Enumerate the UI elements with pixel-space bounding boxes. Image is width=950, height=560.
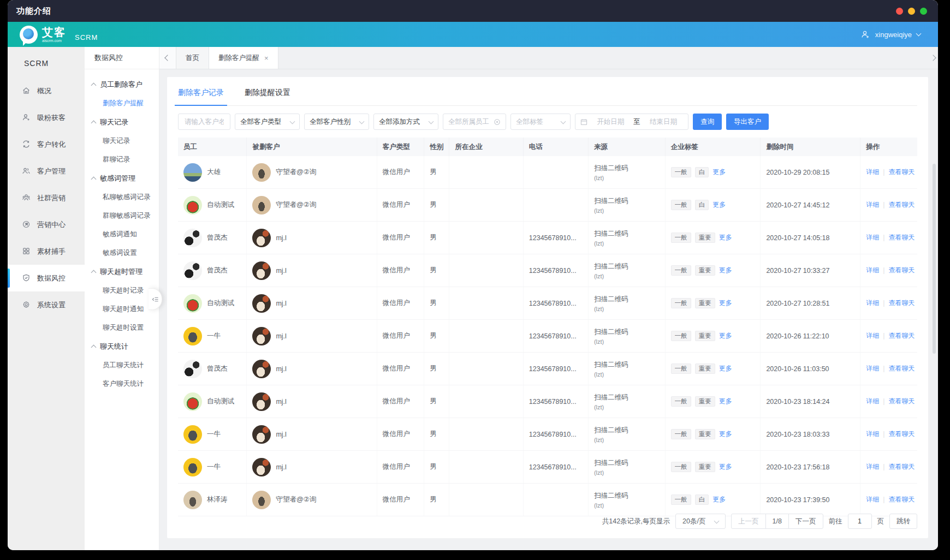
tree-item[interactable]: 敏感词设置 [85, 243, 159, 262]
detail-link[interactable]: 详细 [866, 201, 879, 208]
detail-link[interactable]: 详细 [866, 430, 879, 438]
sidebar-item-7[interactable]: 数据风控 [8, 265, 85, 291]
tree-group-3[interactable]: 聊天超时管理 [85, 262, 159, 281]
detail-link[interactable]: 详细 [866, 299, 879, 307]
tree-item[interactable]: 客户聊天统计 [85, 374, 159, 393]
view-chat-link[interactable]: 查看聊天 [888, 234, 915, 241]
tree-item[interactable]: 群聊敏感词记录 [85, 206, 159, 225]
tag-select[interactable]: 全部标签 [510, 114, 571, 130]
export-customers-button[interactable]: 导出客户 [726, 114, 769, 130]
prev-page-button[interactable]: 上一页 [731, 514, 766, 529]
detail-link[interactable]: 详细 [866, 496, 879, 503]
tree-item[interactable]: 敏感词通知 [85, 225, 159, 243]
gear-icon [22, 300, 31, 309]
more-tags-link[interactable]: 更多 [719, 463, 732, 470]
view-chat-link[interactable]: 查看聊天 [888, 496, 915, 503]
detail-link[interactable]: 详细 [866, 397, 879, 405]
date-range-picker[interactable]: 开始日期 至 结束日期 [575, 114, 688, 130]
detail-link[interactable]: 详细 [866, 332, 879, 339]
sidebar-item-8[interactable]: 系统设置 [8, 291, 85, 318]
more-tags-link[interactable]: 更多 [713, 168, 726, 176]
more-tags-link[interactable]: 更多 [719, 397, 732, 405]
tree-item[interactable]: 聊天记录 [85, 132, 159, 150]
detail-link[interactable]: 详细 [866, 365, 879, 372]
view-chat-link[interactable]: 查看聊天 [888, 201, 915, 208]
sidebar-item-4[interactable]: 社群营销 [8, 184, 85, 211]
staff-select[interactable]: 全部所属员工 [443, 114, 506, 130]
view-chat-link[interactable]: 查看聊天 [888, 397, 915, 405]
detail-link[interactable]: 详细 [866, 168, 879, 176]
content-tab-1[interactable]: 删除提醒设置 [245, 88, 290, 105]
view-chat-link[interactable]: 查看聊天 [888, 299, 915, 307]
query-button[interactable]: 查询 [693, 114, 722, 130]
next-page-button[interactable]: 下一页 [788, 514, 823, 529]
sidebar-item-3[interactable]: 客户管理 [8, 158, 85, 184]
customer-avatar [252, 425, 271, 444]
tree-item[interactable]: 删除客户提醒 [85, 94, 159, 112]
more-tags-link[interactable]: 更多 [719, 234, 732, 241]
tab-scroll-right-button[interactable] [931, 47, 935, 69]
window-title: 功能介绍 [16, 6, 51, 16]
more-tags-link[interactable]: 更多 [719, 266, 732, 274]
page-tab-1[interactable]: 删除客户提醒× [209, 47, 278, 69]
tree-item[interactable]: 员工聊天统计 [85, 356, 159, 374]
vertical-scrollbar[interactable] [933, 164, 936, 354]
company-tag: 一般 [671, 462, 691, 472]
employee-avatar [183, 458, 202, 476]
page-tab-0[interactable]: 首页 [176, 47, 209, 69]
customer-name: mj.l [276, 234, 286, 242]
goto-page-input[interactable] [848, 514, 872, 529]
view-chat-link[interactable]: 查看聊天 [888, 365, 915, 372]
more-tags-link[interactable]: 更多 [713, 201, 726, 208]
sidebar-item-6[interactable]: 素材捕手 [8, 238, 85, 265]
tab-scroll-left-button[interactable] [159, 47, 176, 69]
employee-avatar [183, 425, 202, 444]
add-method-select[interactable]: 全部添加方式 [373, 114, 438, 130]
view-chat-link[interactable]: 查看聊天 [888, 463, 915, 470]
user-menu[interactable]: xingweiqiye [860, 29, 921, 39]
customer-type-select[interactable]: 全部客户类型 [235, 114, 300, 130]
tree-item[interactable]: 群聊记录 [85, 150, 159, 169]
company-cell [449, 418, 523, 451]
tree-item[interactable]: 聊天超时通知 [85, 300, 159, 318]
customer-name-filter[interactable] [178, 114, 230, 130]
view-chat-link[interactable]: 查看聊天 [888, 430, 915, 438]
detail-link[interactable]: 详细 [866, 234, 879, 241]
tree-group-0[interactable]: 员工删除客户 [85, 75, 159, 94]
tree-item[interactable]: 聊天超时记录 [85, 281, 159, 300]
table-row: 自动测试守望者@②询微信用户男扫描二维码(lzt)一般白更多2020-10-27… [178, 189, 917, 222]
sidebar-item-0[interactable]: 概况 [8, 78, 85, 104]
close-window-button[interactable] [896, 8, 903, 15]
jump-button[interactable]: 跳转 [889, 514, 917, 529]
content-tab-0[interactable]: 删除客户记录 [178, 88, 224, 105]
sidebar-item-2[interactable]: 客户转化 [8, 131, 85, 158]
tree-item[interactable]: 私聊敏感词记录 [85, 188, 159, 206]
more-tags-link[interactable]: 更多 [719, 299, 732, 307]
customer-name-input[interactable] [183, 117, 225, 126]
more-tags-link[interactable]: 更多 [719, 332, 732, 339]
tree-group-2[interactable]: 敏感词管理 [85, 169, 159, 188]
customer-gender-select[interactable]: 全部客户性别 [304, 114, 369, 130]
tree-item[interactable]: 聊天超时设置 [85, 318, 159, 337]
view-chat-link[interactable]: 查看聊天 [888, 332, 915, 339]
more-tags-link[interactable]: 更多 [719, 430, 732, 438]
tags-cell: 一般重要更多 [665, 385, 761, 418]
close-icon[interactable]: × [264, 55, 269, 62]
more-tags-link[interactable]: 更多 [719, 365, 732, 372]
window-titlebar: 功能介绍 [8, 0, 938, 22]
sidebar-item-1[interactable]: 吸粉获客 [8, 104, 85, 131]
detail-link[interactable]: 详细 [866, 266, 879, 274]
minimize-window-button[interactable] [908, 8, 915, 15]
page-size-select[interactable]: 20条/页 [675, 514, 726, 529]
employee-cell: 曾茂杰 [178, 254, 247, 287]
view-chat-link[interactable]: 查看聊天 [888, 168, 915, 176]
company-tag: 白 [695, 200, 709, 210]
tree-group-1[interactable]: 聊天记录 [85, 112, 159, 132]
sidebar-item-5[interactable]: 营销中心 [8, 211, 85, 238]
maximize-window-button[interactable] [920, 8, 927, 15]
view-chat-link[interactable]: 查看聊天 [888, 266, 915, 274]
tree-group-4[interactable]: 聊天统计 [85, 337, 159, 356]
more-tags-link[interactable]: 更多 [713, 496, 726, 503]
chevron-left-icon [164, 55, 170, 61]
detail-link[interactable]: 详细 [866, 463, 879, 470]
